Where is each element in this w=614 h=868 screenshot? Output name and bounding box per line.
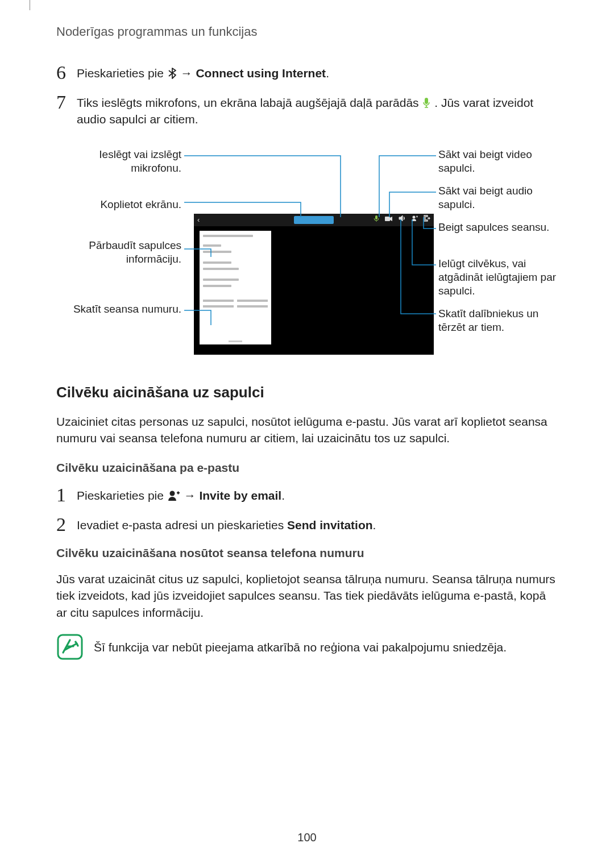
callout-audio: Sākt vai beigt audio sapulci.: [438, 184, 552, 211]
invite-by-email-label: Invite by email: [199, 489, 281, 502]
share-button: [294, 216, 334, 224]
step-6: 6 Pieskarieties pie → Connect using Inte…: [56, 63, 558, 83]
speaker-icon: [399, 215, 405, 225]
step-text: Tiks ieslēgts mikrofons, un ekrāna labaj…: [77, 96, 422, 109]
step-text: Ievadiet e-pasta adresi un pieskarieties: [77, 518, 287, 531]
step-invite-1: 1 Pieskarieties pie → Invite by email.: [56, 485, 558, 505]
page-marker: [30, 0, 30, 10]
person-add-icon: [168, 490, 180, 501]
step-number: 1: [56, 485, 77, 505]
exit-icon: [424, 215, 430, 225]
callout-session-number: Skatīt seansa numuru.: [56, 302, 181, 316]
period: .: [326, 67, 329, 80]
step-body: Pieskarieties pie → Invite by email.: [77, 485, 558, 504]
svg-point-3: [413, 216, 416, 219]
section-title: Cilvēku aicināšana uz sapulci: [56, 382, 558, 402]
app-topbar: ‹: [194, 214, 434, 226]
bluetooth-icon: [168, 68, 177, 79]
step-number: 2: [56, 514, 77, 535]
callout-mute: Ieslēgt vai izslēgt mikrofonu.: [56, 148, 181, 175]
content-area: 6 Pieskarieties pie → Connect using Inte…: [56, 63, 558, 665]
meeting-diagram: Ieslēgt vai izslēgt mikrofonu. Koplietot…: [56, 143, 558, 359]
tablet-screenshot: ‹: [194, 214, 434, 355]
callout-end-session: Beigt sapulces seansu.: [438, 221, 552, 234]
callout-meeting-info: Pārbaudīt sapulces informāciju.: [56, 239, 181, 266]
step-body: Pieskarieties pie → Connect using Intern…: [77, 63, 558, 81]
callout-share-screen: Koplietot ekrānu.: [56, 198, 181, 211]
subsection-email-title: Cilvēku uzaicināšana pa e-pastu: [56, 459, 558, 476]
page-number: 100: [0, 829, 614, 845]
mic-icon: [374, 215, 379, 225]
svg-rect-0: [425, 98, 428, 104]
svg-point-4: [169, 491, 175, 496]
back-icon: ‹: [197, 215, 200, 225]
note-icon: [56, 633, 84, 665]
topbar-icons: [374, 215, 430, 225]
callout-invite: Ielūgt cilvēkus, vai atgādināt ielūgtaji…: [438, 257, 559, 297]
step-text: Pieskarieties pie: [77, 489, 167, 502]
send-invitation-label: Send invitation: [287, 518, 373, 531]
video-icon: [385, 215, 393, 225]
period: .: [281, 489, 285, 502]
step-number: 7: [56, 92, 77, 113]
connect-using-internet-label: Connect using Internet: [196, 67, 326, 80]
note: Šī funkcija var nebūt pieejama atkarībā …: [56, 633, 558, 665]
step-invite-2: 2 Ievadiet e-pasta adresi un pieskarieti…: [56, 514, 558, 535]
period: .: [373, 518, 376, 531]
svg-rect-2: [385, 217, 390, 221]
page-header: Noderīgas programmas un funkcijas: [56, 23, 257, 41]
info-panel: [200, 231, 271, 344]
callout-video: Sākt vai beigt video sapulci.: [438, 148, 552, 175]
person-add-icon: [411, 215, 418, 225]
note-text: Šī funkcija var nebūt pieejama atkarībā …: [94, 633, 507, 655]
step-body: Tiks ieslēgts mikrofons, un ekrāna labaj…: [77, 92, 558, 128]
section-para: Uzaiciniet citas personas uz sapulci, no…: [56, 413, 558, 447]
step-number: 6: [56, 63, 77, 83]
step-text: Pieskarieties pie: [77, 67, 167, 80]
subsection-phone-para: Jūs varat uzaicināt citus uz sapulci, ko…: [56, 571, 558, 621]
step-7: 7 Tiks ieslēgts mikrofons, un ekrāna lab…: [56, 92, 558, 128]
microphone-icon: [422, 97, 430, 109]
callout-participants: Skatīt dalībniekus un tērzēt ar tiem.: [438, 307, 552, 334]
subsection-phone-title: Cilvēku uzaicināšana nosūtot seansa tele…: [56, 545, 558, 561]
svg-rect-1: [375, 215, 377, 219]
step-arrow: →: [181, 67, 196, 80]
step-body: Ievadiet e-pasta adresi un pieskarieties…: [77, 514, 558, 533]
step-arrow: →: [184, 489, 200, 502]
